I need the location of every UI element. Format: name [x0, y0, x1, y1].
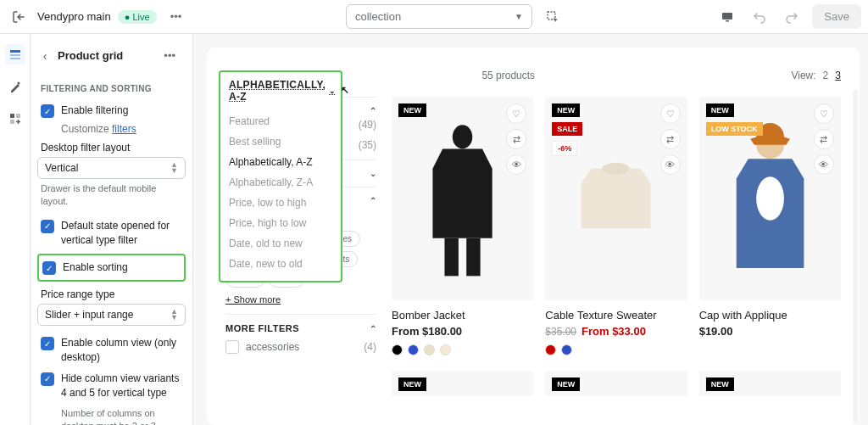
page-selector[interactable]: collection ▼	[346, 4, 532, 29]
hide-col-checkbox[interactable]: ✓ Hide column view variants 4 and 5 for …	[37, 368, 186, 404]
undo-icon[interactable]	[748, 5, 771, 29]
filters-link[interactable]: filters	[112, 123, 136, 135]
swatch[interactable]	[440, 344, 451, 355]
swatch[interactable]	[392, 344, 403, 355]
chevron-up-icon: ⌃	[370, 324, 377, 333]
sidebar-title: Product grid	[58, 49, 123, 62]
hide-col-help: Number of columns on desktop must be 2 o…	[61, 407, 186, 425]
compare-icon[interactable]: ⇄	[506, 129, 526, 149]
svg-rect-11	[445, 238, 459, 277]
quickview-icon[interactable]: 👁	[660, 154, 681, 175]
svg-rect-5	[10, 58, 20, 59]
product-card[interactable]: NEW	[699, 371, 841, 396]
view-option-3[interactable]: 3	[835, 70, 841, 81]
product-image[interactable]: NEW ♡⇄👁	[392, 97, 533, 300]
sidebar: ‹ Product grid ••• FILTERING AND SORTING…	[31, 34, 193, 425]
enable-sorting-checkbox[interactable]: ✓ Enable sorting	[37, 254, 186, 282]
desktop-layout-label: Desktop filter layout	[41, 142, 186, 154]
svg-rect-9	[10, 120, 14, 124]
badge: SALE	[552, 122, 582, 136]
filter-more[interactable]: MORE FILTERS⌃	[225, 323, 376, 333]
inspector-icon[interactable]	[541, 5, 565, 29]
sort-option[interactable]: Alphabetically, Z-A	[229, 172, 332, 193]
price-range-select[interactable]: Slider + input range ▲▼	[37, 304, 186, 326]
svg-point-6	[17, 82, 19, 85]
sort-option[interactable]: Featured	[229, 111, 332, 131]
wishlist-icon[interactable]: ♡	[814, 103, 834, 124]
badge: NEW	[552, 103, 580, 117]
svg-rect-8	[16, 114, 20, 118]
badge: NEW	[398, 103, 426, 117]
theme-name: Vendypro main	[37, 10, 111, 23]
wishlist-icon[interactable]: ♡	[660, 103, 681, 124]
product-card[interactable]: NEW	[545, 371, 687, 396]
product-image[interactable]: NEWSALE-6% ♡⇄👁	[545, 97, 687, 300]
product-card[interactable]: NEWSALE-6% ♡⇄👁 Cable Texture Sweater $35…	[545, 97, 687, 355]
scrollbar[interactable]	[853, 90, 858, 423]
product-name: Cable Texture Sweater	[545, 309, 687, 322]
sort-option[interactable]: Date, old to new	[229, 233, 332, 254]
enable-col-view-checkbox[interactable]: ✓ Enable column view (only desktop)	[37, 333, 186, 368]
swatch[interactable]	[408, 344, 419, 355]
more-actions-icon[interactable]: •••	[164, 7, 189, 26]
product-price: $35.00From $33.00	[545, 325, 687, 338]
exit-icon[interactable]	[7, 5, 31, 29]
enable-filtering-checkbox[interactable]: ✓ Enable filtering	[37, 100, 186, 121]
filter-accessories-row[interactable]: accessories (4)	[225, 340, 376, 354]
chevron-up-icon: ⌃	[370, 196, 377, 205]
page-selector-value: collection	[355, 10, 401, 23]
sort-option[interactable]: Price, high to low	[229, 213, 332, 233]
svg-point-10	[453, 125, 472, 148]
checkbox-icon: ✓	[41, 337, 54, 350]
chevron-down-icon: ▼	[515, 12, 523, 21]
quickview-icon[interactable]: 👁	[814, 154, 834, 175]
product-card[interactable]: NEW ♡⇄👁 Bomber Jacket From $180.00	[392, 97, 533, 355]
swatch[interactable]	[424, 344, 435, 355]
svg-rect-12	[466, 238, 480, 277]
section-label-filtering: FILTERING AND SORTING	[41, 84, 186, 93]
compare-icon[interactable]: ⇄	[660, 129, 681, 149]
svg-point-13	[603, 163, 631, 175]
sort-option[interactable]: Date, new to old	[229, 254, 332, 274]
product-card[interactable]: NEW	[392, 371, 533, 396]
desktop-layout-select[interactable]: Vertical ▲▼	[37, 157, 186, 179]
theme-settings-icon[interactable]	[5, 76, 25, 97]
apps-icon[interactable]	[5, 109, 25, 129]
price-range-label: Price range type	[41, 288, 186, 300]
customize-filters: Customize filters	[61, 123, 186, 135]
sidebar-more-icon[interactable]: •••	[157, 46, 182, 65]
quickview-icon[interactable]: 👁	[506, 154, 526, 175]
swatch[interactable]	[545, 344, 556, 355]
sections-icon[interactable]	[5, 44, 25, 64]
back-icon[interactable]: ‹	[37, 49, 53, 63]
svg-rect-4	[10, 54, 20, 56]
checkbox-icon: ✓	[41, 372, 54, 386]
sort-dropdown: ALPHABETICALLY, A-Z ⌄↖ FeaturedBest sell…	[219, 70, 342, 282]
wishlist-icon[interactable]: ♡	[506, 103, 526, 124]
view-option-2[interactable]: 2	[823, 70, 829, 81]
badge: NEW	[552, 377, 580, 391]
redo-icon[interactable]	[780, 5, 804, 29]
product-card[interactable]: NEWLOW STOCK ♡⇄👁 Cap with Applique $19.0…	[699, 97, 841, 355]
svg-rect-7	[10, 114, 14, 118]
icon-rail	[0, 34, 31, 425]
checkbox-icon: ✓	[41, 104, 54, 118]
sort-option[interactable]: Best selling	[229, 131, 332, 152]
badge: NEW	[398, 377, 426, 391]
swatch[interactable]	[561, 344, 572, 355]
desktop-layout-help: Drawer is the default mobile layout.	[41, 182, 186, 209]
preview: ALPHABETICALLY, A-Z ⌄↖ FeaturedBest sell…	[193, 34, 868, 425]
sort-option[interactable]: Price, low to high	[229, 193, 332, 213]
show-more[interactable]: + Show more	[225, 294, 281, 305]
desktop-icon[interactable]	[715, 5, 739, 29]
checkbox-icon: ✓	[41, 220, 54, 233]
topbar: Vendypro main ● Live ••• collection ▼ Sa…	[0, 0, 868, 34]
sort-option[interactable]: Alphabetically, A-Z	[229, 152, 332, 172]
product-image[interactable]: NEWLOW STOCK ♡⇄👁	[699, 97, 841, 300]
sort-trigger[interactable]: ALPHABETICALLY, A-Z ⌄↖	[229, 79, 332, 103]
default-state-checkbox[interactable]: ✓ Default state opened for vertical type…	[37, 215, 186, 251]
live-badge: ● Live	[118, 10, 157, 24]
badge: NEW	[706, 103, 734, 117]
compare-icon[interactable]: ⇄	[814, 129, 834, 149]
save-button[interactable]: Save	[812, 4, 861, 29]
